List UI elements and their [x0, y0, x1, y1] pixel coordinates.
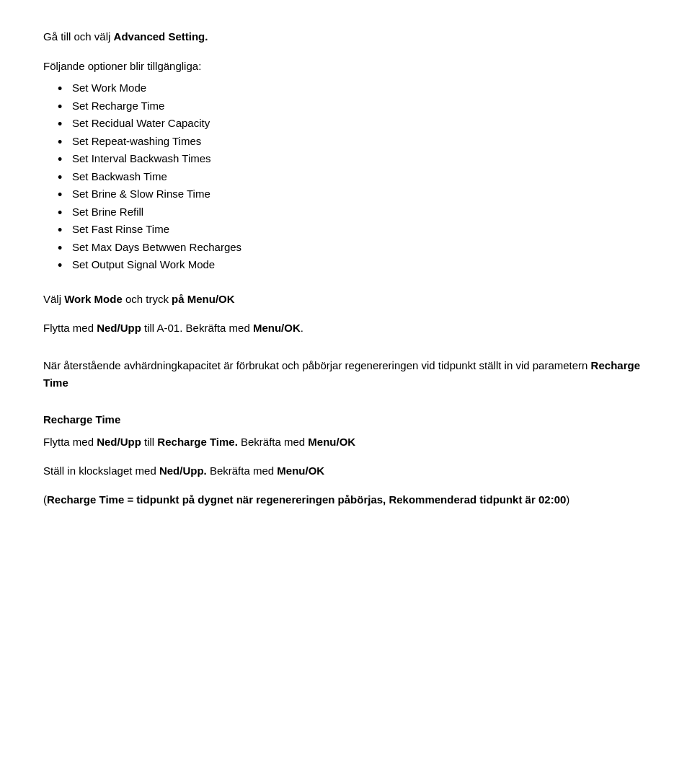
list-item: Set Backwash Time: [58, 169, 649, 185]
intro-bold: Advanced Setting.: [114, 30, 208, 43]
list-item: Set Recharge Time: [58, 98, 649, 115]
rl1-suffix: Bekräfta med: [238, 436, 309, 448]
list-item: Set Brine Refill: [58, 204, 649, 221]
work-mode-paragraph2: Flytta med Ned/Upp till A-01. Bekräfta m…: [43, 320, 649, 337]
rl1-bold2: Recharge Time.: [157, 436, 237, 448]
options-intro: Följande optioner blir tillgängliga:: [43, 58, 649, 75]
recharge-heading: Recharge Time: [43, 412, 649, 428]
recharge-section: Recharge Time Flytta med Ned/Upp till Re…: [43, 412, 649, 509]
description-block: När återstående avhärdningkapacitet är f…: [43, 357, 649, 392]
intro-prefix: Gå till och välj: [43, 30, 114, 43]
rl3-bold-label: Recharge Time = tidpunkt på dygnet när r…: [47, 493, 566, 506]
rl1-bold3: Menu/OK: [308, 436, 355, 448]
wm-p2-suffix: .: [301, 322, 303, 334]
wm-p1-bold2: på Menu/OK: [172, 293, 235, 305]
recharge-line1: Flytta med Ned/Upp till Recharge Time. B…: [43, 433, 649, 451]
wm-p2-middle: till A-01. Bekräfta med: [141, 322, 253, 334]
rl1-bold1: Ned/Upp: [97, 436, 141, 448]
rl1-middle: till: [141, 436, 158, 448]
rl3-close-paren: ): [566, 493, 569, 506]
list-item: Set Recidual Water Capacity: [58, 115, 649, 132]
list-item: Set Work Mode: [58, 80, 649, 97]
rl2-suffix: Bekräfta med: [207, 464, 278, 477]
intro-heading: Gå till och välj Advanced Setting.: [43, 29, 649, 45]
wm-p1-bold1: Work Mode: [64, 293, 123, 305]
wm-p2-bold2: Menu/OK: [253, 322, 301, 334]
rl1-prefix: Flytta med: [43, 436, 97, 448]
work-mode-section: Välj Work Mode och tryck på Menu/OK Flyt…: [43, 291, 649, 337]
wm-p2-bold1: Ned/Upp: [97, 322, 141, 334]
list-item: Set Max Days Betwwen Recharges: [58, 239, 649, 256]
wm-p1-suffix: och tryck: [123, 293, 172, 305]
list-item: Set Brine & Slow Rinse Time: [58, 186, 649, 203]
work-mode-paragraph1: Välj Work Mode och tryck på Menu/OK: [43, 291, 649, 308]
recharge-line3: (Recharge Time = tidpunkt på dygnet när …: [43, 491, 649, 508]
list-item: Set Fast Rinse Time: [58, 221, 649, 238]
recharge-line2: Ställ in klockslaget med Ned/Upp. Bekräf…: [43, 462, 649, 480]
rl2-prefix: Ställ in klockslaget med: [43, 464, 159, 477]
list-item: Set Repeat-washing Times: [58, 133, 649, 150]
list-item: Set Output Signal Work Mode: [58, 257, 649, 273]
options-list: Set Work Mode Set Recharge Time Set Reci…: [43, 80, 649, 273]
list-item: Set Interval Backwash Times: [58, 151, 649, 167]
rl2-bold1: Ned/Upp.: [159, 464, 207, 477]
wm-p2-prefix: Flytta med: [43, 322, 97, 334]
rl2-bold2: Menu/OK: [277, 464, 324, 477]
wm-p1-prefix: Välj: [43, 293, 64, 305]
desc-prefix: När återstående avhärdningkapacitet är f…: [43, 359, 591, 371]
description-paragraph: När återstående avhärdningkapacitet är f…: [43, 357, 649, 392]
